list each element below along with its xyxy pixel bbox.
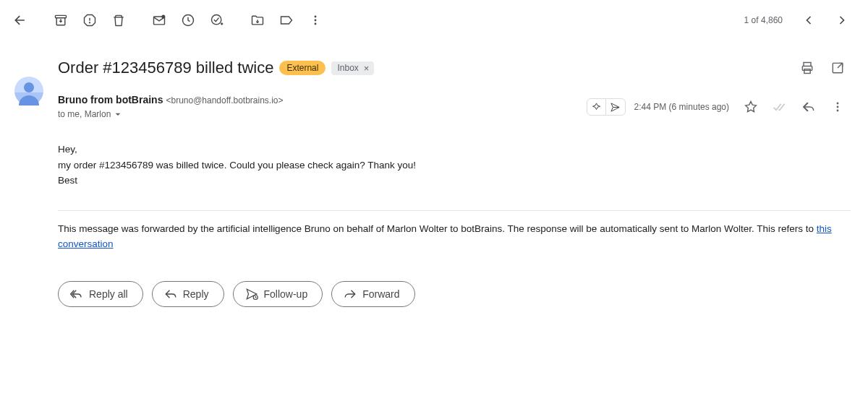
- report-spam-button[interactable]: [75, 6, 104, 35]
- svg-point-7: [212, 15, 221, 25]
- snooze-button[interactable]: [174, 6, 203, 35]
- svg-point-5: [161, 15, 165, 19]
- move-to-button[interactable]: [243, 6, 272, 35]
- svg-point-10: [315, 16, 317, 18]
- body-line: my order #123456789 was billed twice. Co…: [58, 158, 851, 173]
- message-more-button[interactable]: [825, 94, 851, 120]
- prev-message-button[interactable]: [794, 6, 823, 35]
- svg-point-11: [315, 20, 317, 22]
- mark-unread-button[interactable]: [145, 6, 174, 35]
- svg-point-18: [837, 106, 839, 108]
- message-count: 1 of 4,860: [744, 15, 783, 25]
- footer-text: This message was forwarded by the artifi…: [58, 223, 817, 234]
- recipients-text: to me, Marlon: [58, 109, 111, 119]
- more-button[interactable]: [301, 6, 330, 35]
- remove-label-icon[interactable]: ×: [362, 63, 372, 74]
- signature-footer: This message was forwarded by the artifi…: [58, 221, 851, 252]
- sender-avatar[interactable]: [14, 77, 43, 105]
- summarize-button[interactable]: [587, 99, 606, 115]
- timestamp: 2:44 PM (6 minutes ago): [634, 102, 729, 112]
- show-details-icon[interactable]: [112, 108, 124, 120]
- summary-buttons: [587, 98, 626, 116]
- open-new-window-button[interactable]: [825, 55, 851, 81]
- next-message-button[interactable]: [827, 6, 856, 35]
- svg-point-13: [24, 82, 34, 92]
- reply-all-button[interactable]: Reply all: [58, 281, 143, 307]
- body-line: Hey,: [58, 142, 851, 158]
- body-line: Best: [58, 173, 851, 189]
- archive-button[interactable]: [46, 6, 75, 35]
- read-receipt-icon: [767, 94, 793, 120]
- divider: [58, 210, 851, 211]
- forward-label: Forward: [362, 288, 399, 300]
- labels-button[interactable]: [272, 6, 301, 35]
- svg-rect-15: [804, 69, 810, 74]
- follow-up-button[interactable]: Follow-up: [233, 281, 323, 307]
- delete-button[interactable]: [104, 6, 133, 35]
- star-button[interactable]: [738, 94, 764, 120]
- send-button[interactable]: [606, 99, 625, 115]
- email-body: Hey, my order #123456789 was billed twic…: [58, 142, 851, 189]
- reply-label: Reply: [183, 288, 209, 300]
- back-button[interactable]: [6, 6, 35, 35]
- reply-button[interactable]: Reply: [152, 281, 224, 307]
- toolbar: 1 of 4,860: [0, 0, 868, 40]
- sender-email: <bruno@handoff.botbrains.io>: [166, 95, 283, 105]
- svg-point-3: [90, 22, 90, 23]
- sender-name: Bruno from botBrains: [58, 94, 163, 105]
- svg-point-17: [837, 103, 839, 105]
- inbox-label-text: Inbox: [337, 63, 358, 73]
- recipients-line[interactable]: to me, Marlon: [58, 108, 587, 120]
- reply-all-label: Reply all: [89, 288, 128, 300]
- reply-icon-button[interactable]: [796, 94, 822, 120]
- svg-rect-0: [56, 15, 67, 17]
- print-button[interactable]: [794, 55, 820, 81]
- external-badge: External: [279, 61, 326, 75]
- add-to-tasks-button[interactable]: [203, 6, 231, 35]
- svg-point-19: [837, 110, 839, 112]
- email-subject: Order #123456789 billed twice: [58, 59, 273, 77]
- follow-up-label: Follow-up: [264, 288, 308, 300]
- inbox-label[interactable]: Inbox ×: [331, 61, 374, 75]
- forward-button[interactable]: Forward: [331, 281, 414, 307]
- svg-point-12: [315, 23, 317, 25]
